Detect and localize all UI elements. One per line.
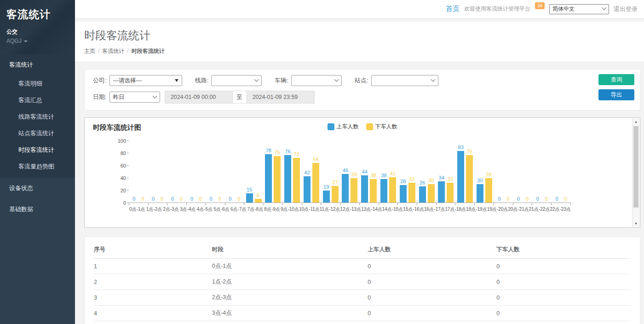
scrollbar-thumb[interactable] xyxy=(633,126,638,208)
x-tick-label: 6点-7点 xyxy=(230,206,246,213)
x-tick-label: 15点-16点 xyxy=(403,206,424,213)
y-tick-mark xyxy=(127,178,129,178)
bar-value-label: 72 xyxy=(294,151,299,157)
sidebar-subitem-0-5[interactable]: 客流量趋势图 xyxy=(0,158,75,175)
bar-group: 7672 xyxy=(282,155,302,202)
chart-bars: 0000000000001567875767242641927463944383… xyxy=(129,141,571,203)
x-tick-mark xyxy=(513,203,533,205)
bar-value-label: 44 xyxy=(362,169,368,174)
x-label-cell: 7点-8点 xyxy=(247,206,264,213)
breadcrumb-current: 时段客流统计 xyxy=(132,48,165,54)
table-cell: 0 xyxy=(368,321,496,324)
export-button[interactable]: 导出 xyxy=(598,89,634,100)
x-label-cell: 13点-14点 xyxy=(361,206,382,213)
sidebar-item-2[interactable]: 基础数据 xyxy=(0,199,75,220)
query-button[interactable]: 查询 xyxy=(598,74,634,85)
table-cell: 0 xyxy=(496,274,631,290)
breadcrumb-separator: / xyxy=(127,48,128,54)
welcome-text: 欢迎使用客流统计管理平台 xyxy=(464,5,530,13)
sidebar-item-1[interactable]: 设备状态 xyxy=(0,178,75,199)
bar-boarding: 83 xyxy=(457,151,464,202)
bar-value-label: 30 xyxy=(477,178,483,183)
sidebar-item-0[interactable]: 客流统计 xyxy=(0,54,75,75)
x-tick-mark xyxy=(379,203,398,205)
bar-value-label: 32 xyxy=(409,176,414,182)
bar-boarding: 42 xyxy=(304,176,310,202)
x-label-cell: 1点-2点 xyxy=(146,206,163,213)
x-tick-mark xyxy=(167,203,187,205)
table-cell: 0 xyxy=(368,259,496,274)
bar-value-label: 0 xyxy=(229,196,231,202)
x-tick-mark xyxy=(283,203,302,205)
x-tick-mark xyxy=(417,203,437,205)
date-preset-value: 昨日 xyxy=(113,93,125,101)
legend-item[interactable]: 上车人数 xyxy=(328,123,359,131)
x-tick-mark xyxy=(225,203,245,205)
bar-value-label: 0 xyxy=(506,196,509,202)
x-tick-mark xyxy=(340,203,360,205)
x-tick-label: 19点-20点 xyxy=(487,206,508,213)
breadcrumb: 主页/客流统计/时段客流统计 xyxy=(84,47,635,55)
breadcrumb-section[interactable]: 客流统计 xyxy=(102,48,124,54)
bar-value-label: 39 xyxy=(351,172,357,177)
sidebar-subitem-0-2[interactable]: 线路客流统计 xyxy=(0,109,75,125)
sidebar-subitem-0-4[interactable]: 时段客流统计 xyxy=(0,142,75,158)
date-preset-select[interactable]: 昨日 xyxy=(109,92,160,103)
dropdown-triangle-icon xyxy=(175,79,178,82)
page-title: 时段客流统计 xyxy=(84,28,635,43)
table-row: 21点-2点00 xyxy=(94,274,631,290)
line-select[interactable] xyxy=(211,75,262,86)
company-label: 公司: xyxy=(93,76,107,85)
filter-row-2: 日期: 昨日 2024-01-09 00:00 至 2024-01-09 23:… xyxy=(93,91,633,104)
bar-alighting: 6 xyxy=(255,199,262,202)
date-to-label: 至 xyxy=(233,91,247,104)
sidebar-subitem-0-1[interactable]: 客流汇总 xyxy=(0,92,75,109)
x-tick-mark xyxy=(129,203,149,205)
date-end-input[interactable]: 2024-01-09 23:59 xyxy=(247,91,315,104)
vehicle-label: 车辆: xyxy=(275,76,288,85)
bar-value-label: 42 xyxy=(304,170,310,175)
bar-value-label: 0 xyxy=(498,196,500,202)
x-tick-label: 7点-8点 xyxy=(247,206,263,213)
sidebar-submenu: 客流明细客流汇总线路客流统计站点客流统计时段客流统计客流量趋势图 xyxy=(0,75,75,178)
bar-value-label: 0 xyxy=(517,196,520,202)
bar-alighting: 41 xyxy=(389,177,396,202)
chart-scrollbar[interactable]: ▲ ▼ xyxy=(632,118,639,227)
chart-plot: 0000000000001567875767242641927463944383… xyxy=(129,141,571,213)
y-tick-label: 40 xyxy=(121,175,126,181)
x-tick-mark xyxy=(360,203,379,205)
x-label-cell: 9点-10点 xyxy=(281,206,299,213)
legend-item[interactable]: 下车人数 xyxy=(366,123,397,131)
bar-boarding: 30 xyxy=(477,184,483,203)
x-tick-label: 12点-13点 xyxy=(340,206,362,213)
x-tick-label: 1点-2点 xyxy=(146,206,162,213)
bar-alighting: 32 xyxy=(408,183,415,202)
table-cell: 4 xyxy=(94,306,212,321)
home-link[interactable]: 首页 xyxy=(446,5,460,13)
vehicle-select[interactable] xyxy=(291,75,342,86)
date-start-input[interactable]: 2024-01-09 00:00 xyxy=(165,91,233,104)
company-select[interactable]: ---请选择--- xyxy=(109,75,182,86)
logout-link[interactable]: 退出登录 xyxy=(614,5,638,13)
notification-badge[interactable]: 34 xyxy=(535,2,545,9)
org-name: 公交 xyxy=(6,28,69,36)
language-value: 简体中文 xyxy=(552,5,575,13)
chart-x-labels: 0点-1点1点-2点2点-3点3点-4点4点-5点5点-6点6点-7点7点-8点… xyxy=(129,206,571,213)
x-tick-label: 16点-17点 xyxy=(424,206,445,213)
y-tick-mark xyxy=(127,190,129,191)
scroll-down-icon[interactable]: ▼ xyxy=(632,220,639,227)
bar-value-label: 30 xyxy=(428,178,434,183)
station-select[interactable] xyxy=(371,75,438,86)
table-cell: 3点-4点 xyxy=(212,306,368,321)
user-dropdown[interactable]: AQGJ xyxy=(6,38,69,44)
breadcrumb-home[interactable]: 主页 xyxy=(84,48,95,54)
sidebar-subitem-0-3[interactable]: 站点客流统计 xyxy=(0,125,75,142)
bar-group: 2630 xyxy=(417,184,437,203)
bar-value-label: 0 xyxy=(190,196,193,202)
sidebar-subitem-0-0[interactable]: 客流明细 xyxy=(0,75,75,92)
chart-body: 020406080100 000000000000156787576724264… xyxy=(113,141,571,213)
scroll-up-icon[interactable]: ▲ xyxy=(632,118,639,125)
bar-alighting: 30 xyxy=(428,184,435,203)
language-select[interactable]: 简体中文 xyxy=(549,4,609,14)
filter-panel: 公司: ---请选择--- 线路: 车辆: 站点: xyxy=(84,69,640,110)
